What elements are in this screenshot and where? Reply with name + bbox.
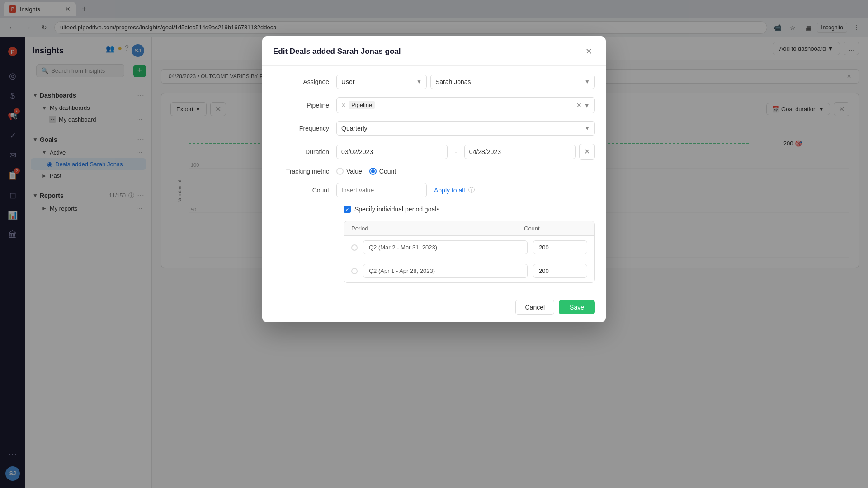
count-input[interactable] xyxy=(336,183,427,197)
duration-start-value: 03/02/2023 xyxy=(341,148,373,155)
modal-header: Edit Deals added Sarah Jonas goal ✕ xyxy=(262,36,606,66)
modal-overlay: Edit Deals added Sarah Jonas goal ✕ Assi… xyxy=(0,0,868,488)
pipeline-tag-value: Pipeline xyxy=(351,102,372,108)
specify-individual-checkbox[interactable]: ✓ xyxy=(344,206,351,213)
pipeline-field-container: ✕ Pipeline ✕ ▼ xyxy=(336,97,595,113)
specify-individual-label: Specify individual period goals xyxy=(354,206,439,213)
assignee-type-select[interactable]: User ▼ xyxy=(336,75,427,89)
frequency-value: Quarterly xyxy=(341,125,368,132)
assignee-name-select[interactable]: Sarah Jonas ▼ xyxy=(430,75,595,89)
duration-field: 03/02/2023 - 04/28/2023 ✕ xyxy=(336,144,595,160)
save-button[interactable]: Save xyxy=(559,300,595,314)
period-row-0-date[interactable] xyxy=(363,240,528,254)
radio-value[interactable]: Value xyxy=(336,168,362,175)
radio-count-label: Count xyxy=(379,168,396,175)
duration-end-value: 04/28/2023 xyxy=(469,148,501,155)
pipeline-row: Pipeline ✕ Pipeline ✕ ▼ xyxy=(273,97,595,113)
count-field: Apply to all ⓘ xyxy=(336,183,595,197)
pipeline-select[interactable]: ✕ Pipeline ✕ ▼ xyxy=(336,97,595,113)
duration-clear-button[interactable]: ✕ xyxy=(579,144,595,160)
date-range-separator: - xyxy=(451,148,461,155)
specify-individual-row: ✓ Specify individual period goals xyxy=(273,206,595,213)
modal-title: Edit Deals added Sarah Jonas goal xyxy=(273,47,401,56)
modal-close-button[interactable]: ✕ xyxy=(582,45,595,58)
pipeline-clear-x-icon: ✕ xyxy=(576,102,582,109)
pipeline-dropdown-icon: ▼ xyxy=(584,102,590,109)
pipeline-tag-x-icon: ✕ xyxy=(341,102,346,108)
cancel-button[interactable]: Cancel xyxy=(515,300,554,315)
modal-footer: Cancel Save xyxy=(262,292,606,322)
tracking-metric-row: Tracking metric Value Count xyxy=(273,168,595,175)
frequency-row: Frequency Quarterly ▼ xyxy=(273,121,595,136)
pipeline-tag: Pipeline xyxy=(349,101,375,109)
period-table-header: Period Count xyxy=(344,221,594,236)
period-table: Period Count xyxy=(344,221,595,283)
count-row: Count Apply to all ⓘ xyxy=(273,183,595,197)
apply-to-all-button[interactable]: Apply to all xyxy=(434,187,465,194)
assignee-field: User ▼ Sarah Jonas ▼ xyxy=(336,75,595,89)
tracking-metric-radio-group: Value Count xyxy=(336,168,396,175)
duration-clear-icon: ✕ xyxy=(584,147,590,156)
apply-info-icon[interactable]: ⓘ xyxy=(468,186,475,194)
duration-row: Duration 03/02/2023 - 04/28/2023 ✕ xyxy=(273,144,595,160)
assignee-label: Assignee xyxy=(273,78,336,85)
edit-goal-modal: Edit Deals added Sarah Jonas goal ✕ Assi… xyxy=(262,36,606,322)
pipeline-label: Pipeline xyxy=(273,102,336,109)
radio-value-circle xyxy=(336,168,344,175)
period-row-1-radio[interactable] xyxy=(351,268,358,274)
period-row-1-date[interactable] xyxy=(363,264,528,278)
tracking-metric-field: Value Count xyxy=(336,168,595,175)
assignee-type-value: User xyxy=(341,78,355,85)
frequency-field: Quarterly ▼ xyxy=(336,121,595,136)
duration-label: Duration xyxy=(273,148,336,155)
period-row-1 xyxy=(344,259,594,282)
assignee-type-arrow-icon: ▼ xyxy=(416,79,422,85)
tracking-metric-label: Tracking metric xyxy=(273,168,336,175)
frequency-label: Frequency xyxy=(273,125,336,132)
period-row-1-count[interactable] xyxy=(533,264,587,278)
assignee-row: Assignee User ▼ Sarah Jonas ▼ xyxy=(273,75,595,89)
frequency-select[interactable]: Quarterly ▼ xyxy=(336,121,595,136)
period-row-0 xyxy=(344,236,594,259)
period-col-header-count: Count xyxy=(524,225,587,232)
radio-count-circle xyxy=(369,168,377,175)
assignee-name-value: Sarah Jonas xyxy=(435,78,471,85)
count-label: Count xyxy=(273,187,336,194)
modal-body: Assignee User ▼ Sarah Jonas ▼ Pipeline xyxy=(262,66,606,292)
duration-start-input[interactable]: 03/02/2023 xyxy=(336,145,448,159)
pipeline-clear-button[interactable]: ✕ ▼ xyxy=(576,102,590,109)
duration-end-input[interactable]: 04/28/2023 xyxy=(464,145,576,159)
frequency-arrow-icon: ▼ xyxy=(585,125,590,131)
period-row-0-count[interactable] xyxy=(533,240,587,254)
assignee-name-arrow-icon: ▼ xyxy=(585,79,590,85)
radio-value-label: Value xyxy=(346,168,362,175)
radio-count[interactable]: Count xyxy=(369,168,396,175)
period-row-0-radio[interactable] xyxy=(351,244,358,251)
period-col-header-period: Period xyxy=(351,225,524,232)
